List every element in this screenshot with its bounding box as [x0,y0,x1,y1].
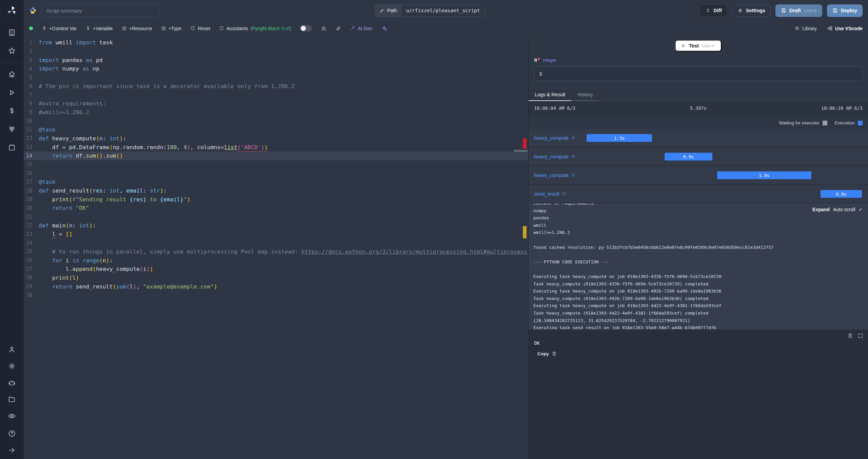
code-line[interactable]: 15 [24,160,528,169]
job-link-heavy_compute[interactable]: heavy_compute [534,135,575,141]
sidebar-item-folders[interactable] [8,395,16,403]
autoscroll-toggle[interactable]: Auto scroll [833,207,855,212]
sidebar-item-workers[interactable] [8,379,16,387]
windmill-logo[interactable] [0,0,24,21]
diff-button[interactable]: Diff [700,4,727,17]
ai-gen-button[interactable]: AI Gen [350,26,373,31]
code-line[interactable]: 22def main(n: int): [24,221,528,230]
log-line: Executing task heavy_compute on job 018e… [533,287,863,295]
result-tabs: Logs & Result History [529,88,868,101]
sidebar-item-collapse-sidebar[interactable] [8,446,16,454]
error-ruler-marker[interactable] [523,138,527,148]
code-line[interactable]: 17@task [24,178,528,186]
add-resource-button[interactable]: +Resource [122,26,152,31]
assistant-toggle[interactable] [300,25,312,32]
sidebar-item-favorites[interactable] [8,47,16,55]
add-context-var-button[interactable]: +Context Var [42,26,77,31]
code-text: l = [] [39,231,72,237]
code-line[interactable]: 18def send_result(res: int, email: str): [24,186,528,195]
job-link-send_result[interactable]: send_result [534,191,566,197]
draft-button[interactable]: Draft Ctrl+S [775,4,822,17]
vscode-icon [827,25,833,31]
sidebar-item-settings[interactable] [8,362,16,370]
line-number: 1 [24,40,39,46]
fullscreen-icon[interactable] [857,333,863,339]
code-line[interactable]: 28 print(l) [24,274,528,282]
sidebar-item-users[interactable] [8,345,16,354]
add-variable-label: +Variable [93,26,113,31]
add-type-button[interactable]: +Type [161,26,182,31]
tab-history[interactable]: History [571,88,599,101]
library-button[interactable]: Library [795,26,817,31]
sidebar-item-help[interactable] [8,430,16,438]
sidebar-item-resources[interactable] [8,125,16,133]
code-text: df = pd.DataFrame(np.random.randn(100, 4… [39,144,268,151]
code-editor[interactable]: 1from wmill import task23import pandas a… [24,36,528,459]
code-line[interactable]: 1from wmill import task [24,38,528,47]
argument-n-input[interactable] [534,66,863,81]
code-line[interactable]: 26 for i in range(n): [24,256,528,265]
multiplayer-button[interactable] [321,25,327,32]
reset-button[interactable]: Reset [190,26,210,31]
code-line[interactable]: 25 # to run things in parallel, simply u… [24,247,528,256]
deploy-button[interactable]: Deploy [827,4,863,17]
copy-button[interactable]: Copy [537,351,557,356]
test-shortcut: Ctrl+↵ [702,43,715,48]
code-line[interactable]: 16 [24,169,528,178]
job-link-heavy_compute[interactable]: heavy_compute [534,154,575,159]
code-line[interactable]: 29 return send_result(sum(l), "example@e… [24,282,528,291]
code-line[interactable]: 8#extra_requirements: [24,99,528,108]
sidebar-item-schedules[interactable] [8,143,16,152]
line-number: 26 [24,257,39,263]
code-line[interactable]: 6# The pin is important since task is a … [24,82,528,91]
code-line[interactable]: 10 [24,117,528,125]
code-line[interactable]: 5 [24,73,528,82]
code-text: print(f"Sending result {res} to {email}"… [39,196,190,203]
code-line[interactable]: 11@task [24,125,528,134]
sidebar-item-workspace[interactable] [8,28,16,37]
logs-pane[interactable]: content of requirements:numpypandaswmill… [529,203,868,330]
settings-button[interactable]: Settings [732,4,771,17]
code-line[interactable]: 30 [24,291,528,300]
code-line[interactable]: 3import pandas as pd [24,56,528,64]
format-button[interactable] [336,25,341,31]
code-line[interactable]: 7 [24,91,528,99]
copy-result-icon[interactable] [847,333,853,339]
warning-ruler-marker[interactable] [523,226,527,238]
code-line[interactable]: 13 df = pd.DataFrame(np.random.randn(100… [24,143,528,152]
sidebar-item-audit-logs[interactable] [8,412,16,420]
test-button[interactable]: Test Ctrl+↵ [675,40,722,52]
expand-logs-button[interactable]: Expand [812,207,830,212]
code-line[interactable]: 27 l.append(heavy_compute(i)) [24,265,528,274]
ai-sparkles-button[interactable] [381,25,387,31]
code-line[interactable]: 19 print(f"Sending result {res} to {emai… [24,195,528,204]
timeline-row: heavy_compute0.9s [529,147,868,166]
sidebar-group [0,425,24,459]
code-line[interactable]: 12def heavy_compute(n: int): [24,134,528,143]
path-chip: Path [375,5,401,17]
code-line[interactable]: 24 [24,239,528,247]
line-number: 7 [24,92,39,98]
code-line[interactable]: 20 return "OK" [24,204,528,213]
code-line[interactable]: 21 [24,213,528,221]
script-summary-input[interactable] [41,4,160,17]
sidebar-item-home[interactable] [8,70,16,78]
assistants-button[interactable]: Assistants (Pyright Black Ruff) [219,26,291,31]
code-line[interactable]: 4import numpy as np [24,64,528,73]
sidebar-item-variables[interactable] [8,107,16,115]
draft-label: Draft [789,8,801,13]
path-button[interactable]: Path u/rfiszel/pleasant_script [375,4,485,17]
code-line[interactable]: 2 [24,47,528,56]
use-vscode-button[interactable]: Use VScode [827,25,863,31]
sidebar-item-runs[interactable] [8,88,16,97]
code-lines: 1from wmill import task23import pandas a… [24,38,528,300]
code-line[interactable]: 9#wmill>=1.286.2 [24,108,528,117]
add-variable-button[interactable]: +Variable [85,26,113,31]
job-link-heavy_compute[interactable]: heavy_compute [534,173,575,178]
tab-logs-result[interactable]: Logs & Result [529,88,571,101]
scroll-ruler-marker[interactable] [514,150,528,152]
code-line[interactable]: 14 return df.sum().sum() [24,152,528,160]
ai-gen-label: AI Gen [358,26,373,31]
line-number: 30 [24,292,39,298]
code-line[interactable]: 23 l = [] [24,230,528,239]
